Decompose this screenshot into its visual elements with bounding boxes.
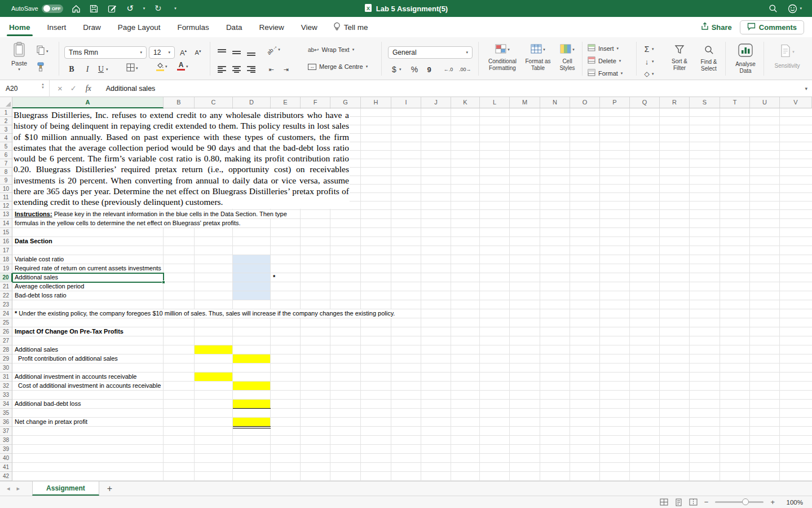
fill-button[interactable]: ↓ ▾ bbox=[642, 55, 654, 68]
yellow-formula-cell-D29[interactable] bbox=[233, 354, 271, 364]
row-header-36[interactable]: 36 bbox=[0, 418, 12, 427]
borders-button[interactable]: ▾ bbox=[126, 63, 138, 73]
account-smiley-icon[interactable] bbox=[787, 3, 797, 14]
decrease-font-button[interactable]: A▾ bbox=[193, 46, 203, 59]
home-icon[interactable] bbox=[71, 3, 81, 14]
format-cells-button[interactable]: Format ▾ bbox=[588, 68, 623, 79]
align-left-button[interactable] bbox=[217, 63, 227, 76]
yellow-formula-cell-D34[interactable] bbox=[233, 400, 271, 409]
zoom-out-button[interactable]: − bbox=[704, 498, 709, 506]
fill-dropdown-icon[interactable]: ▾ bbox=[652, 59, 654, 64]
row-header-10[interactable]: 10 bbox=[0, 185, 12, 193]
row-header-24[interactable]: 24 bbox=[0, 309, 12, 318]
conditional-formatting-button[interactable]: ▾ Conditional Formatting bbox=[484, 44, 521, 71]
cell-text-A28[interactable]: Additional sales bbox=[15, 345, 60, 354]
row-header-39[interactable]: 39 bbox=[0, 445, 12, 454]
format-painter-button[interactable] bbox=[36, 62, 45, 74]
column-header-O[interactable]: O bbox=[570, 97, 600, 108]
ribbon-tab-insert[interactable]: Insert bbox=[47, 17, 67, 37]
autosave-control[interactable]: AutoSave OFF bbox=[11, 5, 63, 13]
column-header-Q[interactable]: Q bbox=[630, 97, 660, 108]
row-header-26[interactable]: 26 bbox=[0, 327, 12, 336]
column-header-S[interactable]: S bbox=[690, 97, 720, 108]
prev-sheet-icon[interactable]: ◂ bbox=[7, 485, 10, 492]
row-header-33[interactable]: 33 bbox=[0, 391, 12, 400]
enter-icon[interactable]: ✓ bbox=[70, 84, 77, 93]
account-dropdown-icon[interactable]: ▾ bbox=[800, 6, 802, 11]
column-header-E[interactable]: E bbox=[271, 97, 301, 108]
column-header-A[interactable]: A bbox=[12, 97, 164, 108]
row-header-9[interactable]: 9 bbox=[0, 176, 12, 185]
ribbon-tab-draw[interactable]: Draw bbox=[83, 17, 101, 37]
align-center-button[interactable] bbox=[231, 63, 241, 76]
delete-dropdown-icon[interactable]: ▾ bbox=[619, 59, 621, 63]
cell-text-A13[interactable]: Instructions: Please key in the relevant… bbox=[15, 210, 289, 218]
column-header-F[interactable]: F bbox=[301, 97, 330, 108]
save-icon[interactable] bbox=[89, 3, 99, 14]
insert-dropdown-icon[interactable]: ▾ bbox=[617, 46, 619, 51]
ribbon-tab-view[interactable]: View bbox=[301, 17, 317, 37]
merge-centre-dropdown-icon[interactable]: ▾ bbox=[366, 64, 368, 69]
font-name-select[interactable]: Tms Rmn ▾ bbox=[64, 46, 147, 59]
increase-indent-button[interactable]: ⇥ bbox=[281, 63, 291, 76]
formula-bar-expand-icon[interactable]: ▾ bbox=[805, 86, 807, 91]
row-header-18[interactable]: 18 bbox=[0, 255, 12, 264]
column-header-H[interactable]: H bbox=[361, 97, 391, 108]
undo-icon[interactable]: ↺ bbox=[125, 3, 135, 14]
row-header-11[interactable]: 11 bbox=[0, 193, 12, 202]
row-header-1[interactable]: 1 bbox=[0, 108, 12, 117]
cell-text-A31[interactable]: Additional investment in accounts receiv… bbox=[15, 373, 138, 381]
italic-button[interactable]: I bbox=[82, 63, 92, 76]
page-break-view-icon[interactable] bbox=[689, 498, 698, 506]
orientation-button[interactable]: ab→ ▾ bbox=[266, 46, 280, 52]
zoom-slider[interactable] bbox=[715, 501, 764, 503]
cell-text-A36[interactable]: Net change in pretax profit bbox=[15, 418, 89, 426]
cell-text-A18[interactable]: Variable cost ratio bbox=[15, 255, 65, 264]
cell-text-A21[interactable]: Average collection period bbox=[15, 282, 86, 291]
paste-dropdown-icon[interactable]: ▾ bbox=[18, 67, 20, 72]
format-as-table-button[interactable]: ▾ Format as Table bbox=[522, 44, 554, 71]
autosave-toggle[interactable]: OFF bbox=[42, 5, 63, 13]
row-header-2[interactable]: 2 bbox=[0, 117, 12, 125]
currency-dropdown-icon[interactable]: ▾ bbox=[399, 67, 401, 72]
sheet-tab-assignment[interactable]: Assignment bbox=[32, 481, 99, 496]
column-header-C[interactable]: C bbox=[195, 97, 233, 108]
normal-view-icon[interactable] bbox=[660, 498, 668, 506]
row-header-12[interactable]: 12 bbox=[0, 202, 12, 210]
undo-dropdown-icon[interactable]: ▾ bbox=[143, 6, 145, 11]
next-sheet-icon[interactable]: ▸ bbox=[17, 485, 20, 492]
tell-me-button[interactable]: Tell me bbox=[333, 22, 368, 33]
row-header-31[interactable]: 31 bbox=[0, 373, 12, 382]
row-header-14[interactable]: 14 bbox=[0, 219, 12, 228]
row-header-34[interactable]: 34 bbox=[0, 400, 12, 409]
copy-dropdown-icon[interactable]: ▾ bbox=[46, 49, 48, 54]
row-header-20[interactable]: 20 bbox=[0, 273, 12, 282]
align-bottom-button[interactable] bbox=[246, 46, 256, 59]
fill-color-dropdown-icon[interactable]: ▾ bbox=[165, 64, 167, 69]
fill-color-button[interactable]: ▾ bbox=[156, 62, 167, 71]
row-header-21[interactable]: 21 bbox=[0, 282, 12, 291]
format-dropdown-icon[interactable]: ▾ bbox=[621, 71, 623, 76]
cell-text-A24[interactable]: * Under the existing policy, the company… bbox=[15, 309, 396, 318]
increase-decimal-button[interactable]: ←.0 bbox=[443, 63, 453, 76]
row-header-5[interactable]: 5 bbox=[0, 142, 12, 151]
clear-dropdown-icon[interactable]: ▾ bbox=[652, 72, 654, 76]
share-button[interactable]: Share bbox=[701, 22, 732, 32]
autosum-button[interactable]: Σ ▾ bbox=[642, 43, 654, 55]
row-header-3[interactable]: 3 bbox=[0, 125, 12, 134]
row-header-23[interactable]: 23 bbox=[0, 300, 12, 309]
yellow-formula-cell-D36[interactable] bbox=[233, 418, 271, 427]
column-header-D[interactable]: D bbox=[233, 97, 271, 108]
font-color-dropdown-icon[interactable]: ▾ bbox=[186, 64, 188, 69]
row-header-35[interactable]: 35 bbox=[0, 409, 12, 418]
cell-text-A19[interactable]: Required rate of return on current asset… bbox=[15, 264, 163, 273]
column-header-R[interactable]: R bbox=[660, 97, 690, 108]
name-box[interactable]: A20 ▲▼ bbox=[0, 80, 50, 97]
row-header-37[interactable]: 37 bbox=[0, 427, 12, 436]
row-header-30[interactable]: 30 bbox=[0, 364, 12, 373]
row-header-16[interactable]: 16 bbox=[0, 237, 12, 246]
borders-dropdown-icon[interactable]: ▾ bbox=[136, 66, 138, 71]
yellow-formula-cell-D32[interactable] bbox=[233, 382, 271, 391]
column-header-U[interactable]: U bbox=[750, 97, 780, 108]
column-header-T[interactable]: T bbox=[720, 97, 750, 108]
